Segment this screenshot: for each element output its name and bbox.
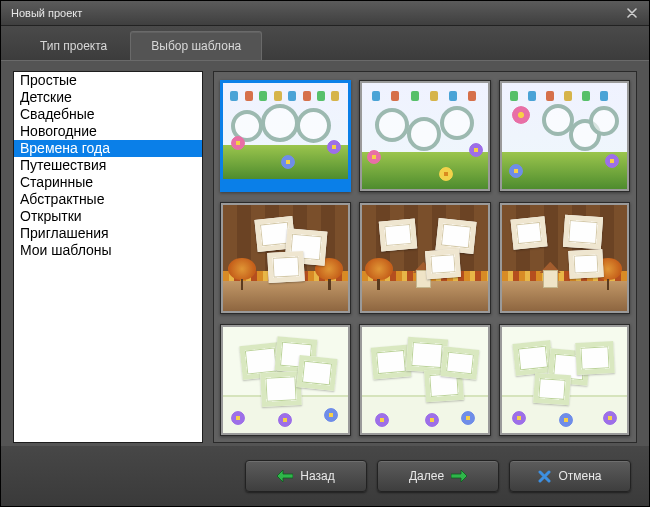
cancel-label: Отмена: [558, 469, 601, 483]
category-item[interactable]: Абстрактные: [14, 191, 202, 208]
template-thumb[interactable]: [359, 202, 490, 314]
garland-icon: [226, 89, 346, 101]
dialog-footer: Назад Далее Отмена: [1, 446, 649, 506]
category-item[interactable]: Путешествия: [14, 157, 202, 174]
template-thumb[interactable]: [499, 324, 630, 436]
category-item[interactable]: Открытки: [14, 208, 202, 225]
template-thumb[interactable]: [220, 324, 351, 436]
tab-project-type[interactable]: Тип проекта: [19, 31, 128, 60]
template-grid[interactable]: [213, 71, 637, 443]
template-thumb[interactable]: [359, 80, 490, 192]
close-icon[interactable]: [621, 5, 643, 21]
arrow-right-icon: [451, 470, 467, 482]
back-button[interactable]: Назад: [245, 460, 367, 492]
cancel-button[interactable]: Отмена: [509, 460, 631, 492]
next-label: Далее: [409, 469, 444, 483]
template-thumb[interactable]: [359, 324, 490, 436]
template-thumb[interactable]: [499, 80, 630, 192]
new-project-dialog: Новый проект Тип проекта Выбор шаблона П…: [0, 0, 650, 507]
window-title: Новый проект: [11, 7, 621, 19]
close-icon: [538, 470, 551, 483]
tab-template-select[interactable]: Выбор шаблона: [130, 31, 262, 60]
template-thumb[interactable]: [220, 202, 351, 314]
category-item[interactable]: Мои шаблоны: [14, 242, 202, 259]
titlebar: Новый проект: [1, 1, 649, 26]
dialog-body: Простые Детские Свадебные Новогодние Вре…: [1, 60, 649, 446]
category-item[interactable]: Времена года: [14, 140, 202, 157]
next-button[interactable]: Далее: [377, 460, 499, 492]
category-item[interactable]: Новогодние: [14, 123, 202, 140]
tab-bar: Тип проекта Выбор шаблона: [1, 26, 649, 60]
category-item[interactable]: Приглашения: [14, 225, 202, 242]
template-thumb[interactable]: [499, 202, 630, 314]
category-list[interactable]: Простые Детские Свадебные Новогодние Вре…: [13, 71, 203, 443]
category-item[interactable]: Простые: [14, 72, 202, 89]
back-label: Назад: [300, 469, 334, 483]
category-item[interactable]: Детские: [14, 89, 202, 106]
category-item[interactable]: Свадебные: [14, 106, 202, 123]
category-item[interactable]: Старинные: [14, 174, 202, 191]
template-thumb[interactable]: [220, 80, 351, 192]
arrow-left-icon: [277, 470, 293, 482]
